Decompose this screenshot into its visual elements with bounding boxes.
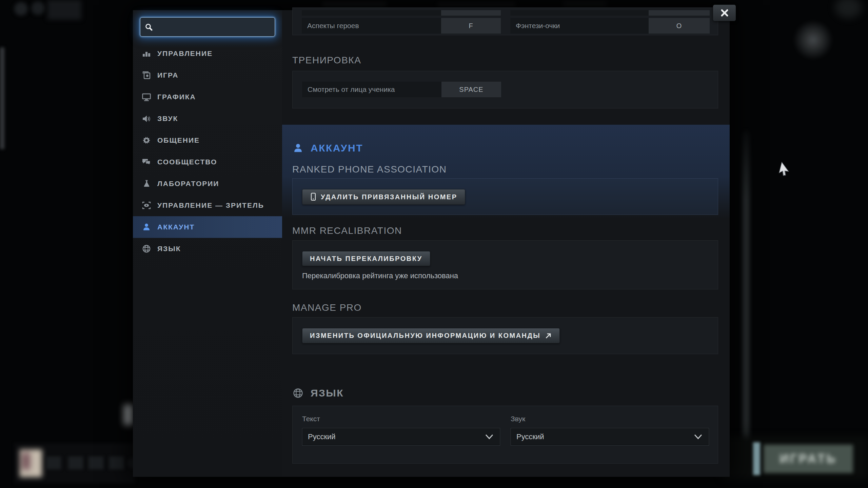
sidebar-item-label: УПРАВЛЕНИЕ (157, 49, 213, 58)
background-slot (88, 456, 103, 469)
spectator-eye-icon (142, 201, 151, 210)
edit-official-info-label: ИЗМЕНИТЬ ОФИЦИАЛЬНУЮ ИНФОРМАЦИЮ И КОМАНД… (310, 332, 540, 340)
training-section-title: ТРЕНИРОВКА (292, 54, 361, 66)
account-section-header: АККАУНТ (292, 141, 363, 156)
hotkey-row: Фэнтези-очки O (510, 18, 710, 34)
background-slot (68, 456, 83, 469)
ranked-phone-panel: УДАЛИТЬ ПРИВЯЗАННЫЙ НОМЕР (292, 178, 718, 215)
recalibration-note: Перекалибровка рейтинга уже использована (302, 271, 458, 280)
sidebar-item-game[interactable]: ИГРА (133, 64, 282, 86)
external-link-icon (545, 332, 552, 340)
hotkey-label: Фэнтези-очки (510, 18, 649, 34)
sidebar-item-label: ИГРА (157, 71, 178, 79)
hotkey-row: Аспекты героев F (302, 18, 501, 34)
sidebar-item-controls[interactable]: УПРАВЛЕНИЕ (133, 43, 282, 64)
sidebar-item-sound[interactable]: ЗВУК (133, 108, 282, 129)
manage-pro-title: MANAGE PRO (292, 302, 362, 314)
search-input[interactable] (156, 22, 271, 32)
hotkey-key-box[interactable] (649, 10, 710, 16)
search-icon (144, 23, 153, 32)
hotkey-key-text: SPACE (459, 86, 483, 94)
person-icon (292, 142, 304, 154)
sidebar-item-label: ЗВУК (157, 115, 178, 123)
sidebar-item-label: ЯЗЫК (157, 245, 181, 253)
sidebar-item-labs[interactable]: ЛАБОРАТОРИИ (133, 173, 282, 195)
globe-icon (292, 387, 304, 399)
language-panel: Текст Русский Звук Русский (292, 406, 718, 464)
background-play-button: ИГРАТЬ (764, 445, 853, 473)
hotkey-key-text: O (676, 22, 682, 30)
background-dota-logo (20, 449, 42, 477)
ranked-phone-title: RANKED PHONE ASSOCIATION (292, 163, 447, 176)
hotkey-row-partial (510, 10, 710, 16)
hotkey-keybind-button[interactable]: SPACE (441, 82, 501, 97)
language-title: ЯЗЫК (311, 387, 344, 399)
sidebar-item-language[interactable]: ЯЗЫК (133, 238, 282, 260)
text-language-dropdown[interactable]: Русский (302, 428, 500, 446)
settings-sidebar: УПРАВЛЕНИЕ ИГРА ГРАФИКА (133, 10, 282, 477)
background-scrollbar-blur (743, 130, 749, 473)
hotkey-label-box (510, 10, 649, 16)
person-icon (142, 222, 151, 232)
sidebar-item-community[interactable]: СООБЩЕСТВО (133, 151, 282, 173)
hotkey-row-partial (302, 10, 501, 16)
hotkey-label: Смотреть от лица ученика (302, 82, 441, 97)
sidebar-item-spectator-controls[interactable]: УПРАВЛЕНИЕ — ЗРИТЕЛЬ (133, 195, 282, 216)
sidebar-item-graphics[interactable]: ГРАФИКА (133, 86, 282, 108)
settings-search-box[interactable] (140, 17, 275, 37)
audio-language-value: Русский (516, 432, 544, 441)
sidebar-item-account[interactable]: АККАУНТ (133, 216, 282, 238)
close-button[interactable] (713, 5, 736, 21)
chevron-down-icon (694, 434, 703, 440)
background-blob (124, 405, 134, 425)
audio-language-label: Звук (511, 415, 525, 424)
text-language-label: Текст (302, 415, 320, 424)
sidebar-item-communication[interactable]: ОБЩЕНИЕ (133, 129, 282, 151)
window-gear-icon (142, 70, 151, 80)
hotkey-key-box[interactable] (441, 10, 501, 16)
hotkey-label-text: Фэнтези-очки (516, 22, 560, 30)
start-recalibration-button-label: НАЧАТЬ ПЕРЕКАЛИБРОВКУ (310, 255, 422, 263)
sidebar-item-label: УПРАВЛЕНИЕ — ЗРИТЕЛЬ (157, 201, 264, 209)
start-recalibration-button[interactable]: НАЧАТЬ ПЕРЕКАЛИБРОВКУ (302, 251, 430, 266)
play-button-label: ИГРАТЬ (780, 452, 837, 466)
language-section-header: ЯЗЫК (292, 386, 344, 401)
remove-phone-button-label: УДАЛИТЬ ПРИВЯЗАННЫЙ НОМЕР (321, 193, 457, 201)
background-profile-glow (793, 20, 833, 60)
speaker-icon (142, 114, 151, 123)
account-title: АККАУНТ (311, 142, 363, 154)
hotkey-label-text: Смотреть от лица ученика (308, 85, 395, 94)
background-strip (0, 47, 4, 149)
sidebar-item-label: ОБЩЕНИЕ (157, 136, 200, 144)
mmr-recalibration-title: MMR RECALIBRATION (292, 225, 402, 237)
background-text-blur (322, 2, 387, 7)
background-slot (109, 456, 124, 469)
hotkey-keybind-button[interactable]: O (649, 18, 710, 34)
mouse-cursor (776, 161, 794, 180)
gear-icon (142, 136, 151, 145)
edit-official-info-button[interactable]: ИЗМЕНИТЬ ОФИЦИАЛЬНУЮ ИНФОРМАЦИЮ И КОМАНД… (302, 328, 560, 343)
text-language-value: Русский (308, 432, 336, 441)
chevron-down-icon (485, 434, 494, 440)
hotkey-label-text: Аспекты героев (307, 22, 359, 30)
background-slot (46, 456, 61, 469)
background-accent-bar (753, 442, 760, 475)
audio-language-dropdown[interactable]: Русский (511, 428, 709, 446)
background-text-blur (563, 1, 607, 7)
training-panel: Смотреть от лица ученика SPACE (292, 71, 718, 108)
hotkey-label-box (302, 10, 441, 16)
remove-phone-button[interactable]: УДАЛИТЬ ПРИВЯЗАННЫЙ НОМЕР (302, 189, 465, 205)
chat-bubbles-icon (142, 157, 151, 167)
hotkey-keybind-button[interactable]: F (441, 18, 501, 34)
bar-chart-icon (142, 49, 151, 58)
background-blob (14, 2, 28, 16)
hotkey-label: Аспекты героев (302, 18, 441, 34)
sidebar-item-label: АККАУНТ (157, 223, 195, 231)
mmr-recalibration-panel: НАЧАТЬ ПЕРЕКАЛИБРОВКУ Перекалибровка рей… (292, 240, 718, 289)
settings-modal: УПРАВЛЕНИЕ ИГРА ГРАФИКА (133, 10, 730, 477)
background-text-blur (437, 3, 515, 7)
close-icon (720, 8, 729, 18)
monitor-icon (142, 92, 151, 102)
globe-icon (142, 244, 151, 253)
settings-content: Аспекты героев F Фэнтези-очки O ТРЕНИРОВ… (282, 10, 730, 477)
